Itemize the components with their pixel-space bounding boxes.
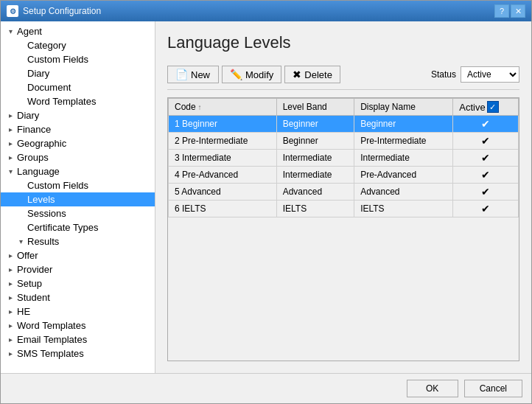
sidebar-label: Groups — [17, 152, 150, 163]
sidebar-item-agent-category[interactable]: Category — [1, 38, 155, 52]
active-checkmark: ✔ — [481, 186, 490, 198]
cell-active: ✔ — [453, 201, 519, 217]
sidebar-item-language[interactable]: ▾ Language — [1, 164, 155, 178]
sidebar-item-agent-diary[interactable]: Diary — [1, 66, 155, 80]
cell-active: ✔ — [453, 167, 519, 184]
active-checkmark: ✔ — [481, 152, 490, 164]
ok-button[interactable]: OK — [407, 380, 458, 397]
window-footer: OK Cancel — [1, 373, 531, 403]
language-levels-table: Code Level Band Display Name Active — [168, 98, 519, 217]
page-title: Language Levels — [167, 33, 519, 52]
cell-active: ✔ — [453, 184, 519, 201]
delete-button[interactable]: ✖ Delete — [284, 66, 340, 83]
expand-icon: ▸ — [5, 349, 15, 359]
sidebar-label: Agent — [17, 26, 150, 37]
sidebar-item-language-sessions[interactable]: Sessions — [1, 206, 155, 220]
sidebar-item-language-results[interactable]: ▾ Results — [1, 234, 155, 248]
new-label: New — [191, 69, 210, 80]
active-label: Active — [459, 102, 485, 113]
expand-icon — [15, 55, 26, 65]
expand-icon: ▸ — [5, 279, 15, 289]
sidebar-item-language-custom-fields[interactable]: Custom Fields — [1, 178, 155, 192]
sidebar-item-provider[interactable]: ▸ Provider — [1, 262, 155, 276]
expand-icon: ▾ — [5, 27, 15, 37]
new-button[interactable]: 📄 New — [167, 66, 219, 83]
status-area: Status Active Inactive All — [431, 66, 519, 83]
delete-icon: ✖ — [293, 69, 301, 80]
sidebar-item-word-templates[interactable]: ▸ Word Templates — [1, 318, 155, 332]
sidebar-label: Setup — [17, 278, 150, 289]
sidebar-item-groups[interactable]: ▸ Groups — [1, 150, 155, 164]
sidebar-item-offer[interactable]: ▸ Offer — [1, 248, 155, 262]
delete-label: Delete — [304, 69, 332, 80]
cell-code: 6 IELTS — [169, 201, 277, 217]
table-row[interactable]: 1 Beginner Beginner Beginner ✔ — [169, 116, 519, 133]
window-icon: ⚙ — [7, 5, 18, 17]
sidebar-item-diary[interactable]: ▸ Diary — [1, 108, 155, 122]
expand-icon — [15, 97, 26, 107]
new-icon: 📄 — [175, 69, 188, 80]
sidebar-item-language-levels[interactable]: Levels — [1, 192, 155, 206]
sidebar-item-language-certificate-types[interactable]: Certificate Types — [1, 220, 155, 234]
col-level-band: Level Band — [276, 99, 354, 116]
sidebar-label: Student — [17, 292, 150, 303]
expand-icon: ▸ — [5, 111, 15, 121]
cell-display-name: Pre-Advanced — [354, 167, 453, 184]
col-code[interactable]: Code — [169, 99, 277, 116]
sidebar-item-he[interactable]: ▸ HE — [1, 304, 155, 318]
active-check-header — [487, 101, 499, 113]
sidebar-item-agent-document[interactable]: Document — [1, 80, 155, 94]
table-row[interactable]: 4 Pre-Advanced Intermediate Pre-Advanced… — [169, 167, 519, 184]
sidebar-label: Provider — [17, 264, 150, 275]
sidebar-label: Language — [17, 166, 150, 177]
sidebar-item-agent[interactable]: ▾ Agent — [1, 24, 155, 38]
sidebar-item-sms-templates[interactable]: ▸ SMS Templates — [1, 346, 155, 361]
table-row[interactable]: 5 Advanced Advanced Advanced ✔ — [169, 184, 519, 201]
expand-icon — [15, 195, 26, 205]
active-header: Active — [459, 101, 512, 113]
cell-code: 5 Advanced — [169, 184, 277, 201]
expand-icon — [15, 69, 26, 79]
status-dropdown[interactable]: Active Inactive All — [461, 66, 519, 83]
expand-icon: ▸ — [5, 153, 15, 163]
sidebar-item-student[interactable]: ▸ Student — [1, 290, 155, 304]
active-checkmark: ✔ — [481, 118, 490, 130]
sidebar-label: Finance — [17, 124, 150, 135]
expand-icon: ▸ — [5, 321, 15, 331]
cell-active: ✔ — [453, 116, 519, 133]
sidebar-label: Email Templates — [17, 334, 150, 345]
cell-level-band: Advanced — [276, 184, 354, 201]
col-active: Active — [453, 99, 519, 116]
cell-code: 4 Pre-Advanced — [169, 167, 277, 184]
sidebar-label: Document — [27, 82, 150, 93]
table-body: 1 Beginner Beginner Beginner ✔ 2 Pre-Int… — [169, 116, 519, 217]
expand-icon — [15, 181, 26, 191]
table-row[interactable]: 2 Pre-Intermediate Beginner Pre-Intermed… — [169, 133, 519, 150]
cell-display-name: Beginner — [354, 116, 453, 133]
expand-icon: ▸ — [5, 293, 15, 303]
cell-level-band: IELTS — [276, 201, 354, 217]
cancel-button[interactable]: Cancel — [464, 380, 522, 397]
sidebar-item-geographic[interactable]: ▸ Geographic — [1, 136, 155, 150]
col-display-name: Display Name — [354, 99, 453, 116]
modify-icon: ✏️ — [230, 69, 242, 80]
sidebar-label: Category — [27, 40, 150, 51]
sidebar-label: Word Templates — [27, 96, 150, 107]
active-checkmark: ✔ — [481, 135, 490, 147]
cell-code: 3 Intermediate — [169, 150, 277, 167]
sidebar-item-agent-word-templates[interactable]: Word Templates — [1, 94, 155, 108]
table-row[interactable]: 6 IELTS IELTS IELTS ✔ — [169, 201, 519, 217]
sidebar-item-agent-custom-fields[interactable]: Custom Fields — [1, 52, 155, 66]
cell-display-name: Intermediate — [354, 150, 453, 167]
close-button[interactable]: ✕ — [511, 4, 525, 18]
sidebar-label: HE — [17, 306, 150, 317]
help-button[interactable]: ? — [494, 4, 509, 18]
sidebar-item-setup[interactable]: ▸ Setup — [1, 276, 155, 290]
sidebar-label: Certificate Types — [27, 222, 150, 233]
sidebar-item-finance[interactable]: ▸ Finance — [1, 122, 155, 136]
sidebar-label: Diary — [17, 110, 150, 121]
table-row[interactable]: 3 Intermediate Intermediate Intermediate… — [169, 150, 519, 167]
sidebar-item-email-templates[interactable]: ▸ Email Templates — [1, 332, 155, 346]
modify-button[interactable]: ✏️ Modify — [222, 66, 281, 83]
cell-active: ✔ — [453, 133, 519, 150]
